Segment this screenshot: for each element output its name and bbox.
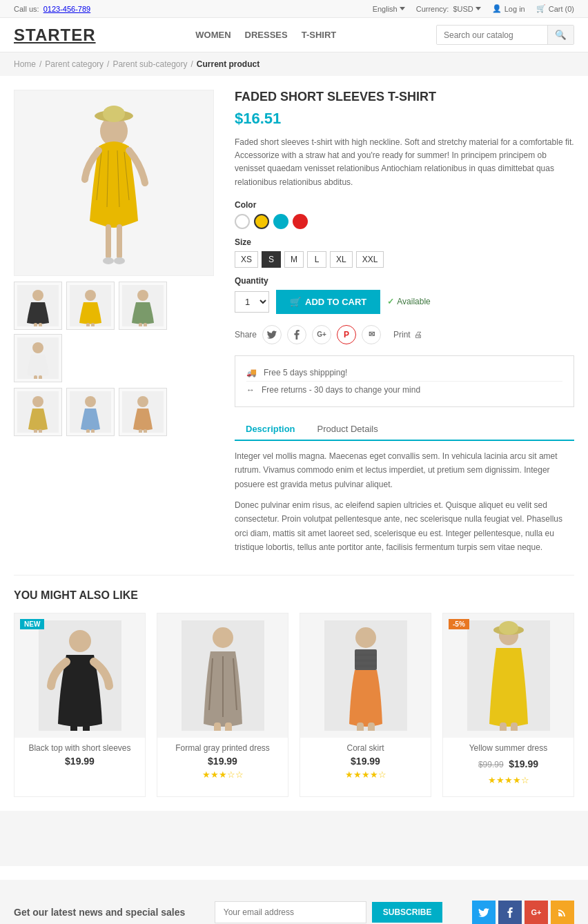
svg-point-21 [137,290,148,301]
size-m[interactable]: M [284,251,304,268]
product-card-3[interactable]: Coral skirt $19.99 ★★★★☆ [300,613,431,797]
product-thumbnails [14,282,214,382]
svg-rect-38 [139,429,142,433]
tab-description[interactable]: Description [235,418,306,441]
footer-twitter[interactable] [472,901,496,924]
product-card-img-2 [157,613,288,738]
phone-number[interactable]: 0123-456-789 [43,5,91,13]
shipping-row-2: ↔ Free returns - 30 days to change your … [246,381,562,398]
share-facebook[interactable] [287,325,306,344]
svg-point-62 [499,621,518,635]
product-card-name-3: Coral skirt [300,738,431,756]
tab-content-description: Integer vel mollis magna. Maecenas eget … [235,449,574,555]
share-google-plus[interactable]: G+ [312,325,331,344]
login-link[interactable]: 👤 Log in [492,4,525,13]
svg-rect-64 [511,723,518,731]
share-pinterest[interactable]: P [337,325,356,344]
color-swatch-yellow[interactable] [254,214,269,229]
currency-dropdown[interactable]: Currency: $USD [416,5,481,13]
quantity-select[interactable]: 1 2 3 4 5 [235,291,269,313]
breadcrumb-sep-3: / [190,59,193,69]
thumbnail-5[interactable] [14,388,62,436]
footer-google-plus[interactable]: G+ [525,901,548,924]
size-xs[interactable]: XS [235,251,258,268]
thumbnail-1[interactable] [14,282,62,330]
language-dropdown[interactable]: English [373,5,405,13]
cart-icon: 🛒 [536,4,546,13]
nav-dresses[interactable]: DRESSES [245,30,288,40]
breadcrumb-home[interactable]: Home [14,59,36,69]
size-s[interactable]: S [262,251,281,268]
breadcrumb-sub[interactable]: Parent sub-category [112,59,187,69]
product-card-price-2: $19.99 [157,756,288,767]
quantity-container: Quantity 1 2 3 4 5 🛒 ADD TO CART ✓ Avail… [235,276,574,314]
product-grid: NEW Black top with short sleeves $19.99 … [14,613,574,797]
color-swatch-blue[interactable] [273,214,288,229]
thumbnail-2[interactable] [66,282,115,330]
search-button[interactable]: 🔍 [547,26,574,44]
call-us-label: Call us: [14,5,39,13]
size-l[interactable]: L [307,251,326,268]
product-card-old-price-4: $99.99 [478,760,504,769]
color-swatch-white[interactable] [235,214,250,229]
svg-rect-26 [34,375,37,379]
size-xl[interactable]: XL [330,251,353,268]
add-to-cart-button[interactable]: 🛒 ADD TO CART [276,290,380,314]
thumbnail-4[interactable] [14,334,62,382]
svg-point-29 [32,396,43,407]
cart-icon-btn: 🛒 [290,297,301,307]
svg-rect-30 [34,429,37,433]
main-product-image[interactable] [14,90,214,276]
breadcrumb: Home / Parent category / Parent sub-cate… [0,52,588,76]
svg-point-13 [32,290,43,301]
top-bar-left: Call us: 0123-456-789 [14,5,90,13]
product-title: FADED SHORT SLEEVES T-SHIRT [235,90,574,104]
product-card-1[interactable]: NEW Black top with short sleeves $19.99 [14,613,146,797]
svg-point-17 [85,290,96,301]
thumbnail-6[interactable] [66,388,115,436]
share-twitter[interactable] [262,325,282,344]
language-dropdown-arrow [400,7,405,13]
check-icon: ✓ [387,297,394,306]
product-card-4[interactable]: -5% Yellow summer dress $99.99 $19.99 ★★… [442,613,574,797]
print-button[interactable]: Print 🖨 [393,330,422,340]
product-card-2[interactable]: Formal gray printed dress $19.99 ★★★☆☆ [157,613,288,797]
product-card-img-3 [300,613,431,738]
product-card-name-4: Yellow summer dress [443,738,574,756]
subscribe-button[interactable]: SUBSCRIBE [372,902,443,923]
svg-rect-22 [139,323,142,326]
top-bar-right: English Currency: $USD 👤 Log in 🛒 Cart (… [373,4,574,13]
search-icon: 🔍 [555,30,567,40]
svg-point-33 [85,396,96,407]
share-email[interactable]: ✉ [362,325,381,344]
product-card-img-4 [443,613,574,738]
size-xxl[interactable]: XXL [356,251,384,268]
svg-point-25 [32,342,43,353]
color-swatch-red[interactable] [293,214,308,229]
thumbnail-7[interactable] [119,388,167,436]
nav-women[interactable]: WOMEN [195,30,231,40]
tab-para-2: Donec pulvinar enim risus, ac eleifend s… [235,498,574,555]
svg-rect-18 [86,323,90,326]
logo[interactable]: STARTER [14,26,96,45]
user-icon: 👤 [492,4,502,13]
svg-point-10 [103,257,114,264]
svg-point-45 [213,627,233,648]
cart-link[interactable]: 🛒 Cart (0) [536,4,574,13]
footer-rss[interactable] [551,901,574,924]
svg-point-52 [355,627,376,648]
svg-point-41 [69,630,91,652]
product-card-price-1: $19.99 [14,756,145,767]
newsletter-input[interactable] [215,901,366,923]
tab-product-details[interactable]: Product Details [306,418,389,441]
footer-facebook[interactable] [498,901,522,924]
share-row: Share G+ P ✉ Print 🖨 [235,325,574,344]
search-input[interactable] [437,26,547,44]
breadcrumb-parent[interactable]: Parent category [45,59,104,69]
svg-point-11 [114,257,125,264]
main-nav: WOMEN DRESSES T-SHIRT [195,30,336,40]
thumbnail-3[interactable] [119,282,167,330]
nav-tshirt[interactable]: T-SHIRT [302,30,337,40]
svg-rect-23 [144,323,147,326]
svg-rect-9 [117,224,122,259]
